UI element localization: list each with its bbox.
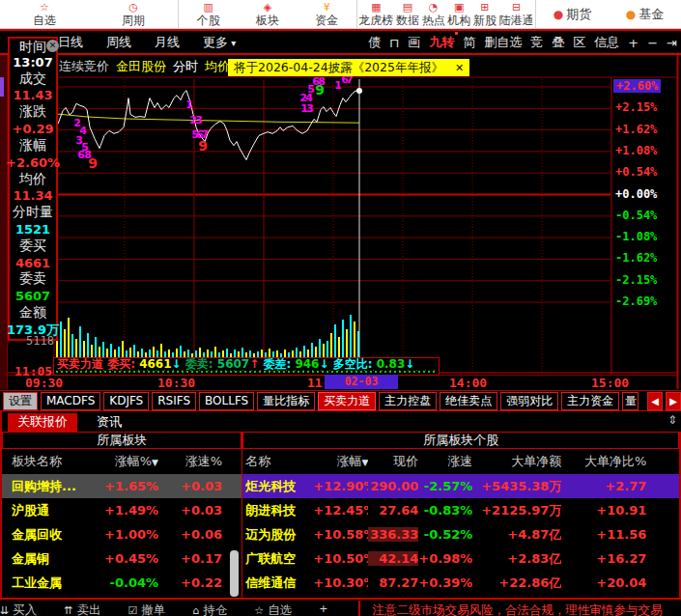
column-header-大单净比%[interactable]: 大单净比% bbox=[561, 453, 646, 470]
column-header-涨幅[interactable]: 涨幅▼ bbox=[313, 453, 368, 470]
table-row[interactable]: 工业金属-0.04%+0.22 bbox=[2, 571, 241, 595]
table-row[interactable]: 金属铜+0.45%+0.17 bbox=[2, 546, 241, 571]
tabs-scroll-right-icon[interactable]: ▶ bbox=[666, 392, 681, 410]
table-cell: 信维通信 bbox=[245, 574, 313, 592]
cancel-order-button[interactable]: ☑撤单 bbox=[128, 601, 165, 616]
volume-bar bbox=[338, 337, 340, 358]
watchlist-button[interactable]: ☆自选 bbox=[254, 601, 292, 616]
scroll-toggle-icon[interactable]: ⇕ bbox=[667, 413, 677, 427]
toolbar-item-个股[interactable]: ▥个股 bbox=[197, 2, 220, 26]
column-header-涨速%[interactable]: 涨速% bbox=[158, 453, 222, 470]
zoom-in-icon[interactable]: + bbox=[628, 36, 638, 50]
quote-label-分时量: 分时量 bbox=[10, 204, 56, 221]
table-cell: 336.33 bbox=[368, 527, 418, 542]
toolbar-item-label: 机构 bbox=[447, 14, 470, 26]
lock-icon[interactable]: ⊓ bbox=[389, 36, 399, 50]
power-indicator-window[interactable]: 买卖力道 委买: 4661↓ 委卖: 5607↑ 委差: 946↓ 多空比: 0… bbox=[53, 357, 440, 376]
quote-value-涨跌: +0.29 bbox=[10, 121, 56, 137]
menu-item-更多[interactable]: 更多 ▾ bbox=[203, 34, 236, 51]
toolbar-item-基金[interactable]: ●基金 bbox=[626, 8, 664, 20]
volume-bar bbox=[102, 342, 104, 358]
table-row[interactable]: 广联航空+10.50%42.14+0.98%+2.83亿+16.27 bbox=[242, 546, 679, 571]
tab-MACDFS[interactable]: MACDFS bbox=[41, 392, 100, 410]
table-row[interactable]: 沪股通+1.49%+0.03 bbox=[2, 498, 241, 522]
quote-label-涨幅: 涨幅 bbox=[10, 137, 56, 154]
auction-menu[interactable]: 竞 bbox=[530, 34, 543, 51]
clock-icon: ◷ bbox=[128, 2, 138, 14]
table-row[interactable]: 迈为股份+10.58%336.33-0.52%+4.87亿+11.56 bbox=[242, 522, 679, 546]
tabs-scroll-left-icon[interactable]: ◀ bbox=[647, 392, 663, 410]
toolbar-item-期货[interactable]: ●期货 bbox=[553, 8, 591, 20]
toolbar-item-周期[interactable]: ◷周期 bbox=[122, 2, 145, 26]
intraday-chart[interactable]: 2435689123567913245689167 bbox=[0, 55, 681, 389]
tab-买卖力道[interactable]: 买卖力道 bbox=[318, 392, 376, 410]
tab-设置[interactable]: 设置 bbox=[3, 392, 38, 410]
menu-item-月线[interactable]: 月线 bbox=[155, 34, 180, 51]
toolbar-item-资金[interactable]: ¥资金 bbox=[315, 2, 338, 26]
menu-item-周线[interactable]: 周线 bbox=[106, 34, 131, 51]
quote-panel[interactable]: 时间 ✕ 13:07 成交11.43涨跌+0.29涨幅+2.60%均价11.34… bbox=[8, 37, 58, 341]
quote-value-涨幅: +2.60% bbox=[10, 154, 56, 171]
column-header-大单净额[interactable]: 大单净额 bbox=[472, 453, 561, 470]
statusbar-label: 卖出 bbox=[76, 602, 100, 616]
column-header-涨速[interactable]: 涨速 bbox=[418, 453, 472, 470]
tab-强弱对比[interactable]: 强弱对比 bbox=[500, 392, 558, 410]
tab-BOLLFS[interactable]: BOLLFS bbox=[199, 392, 254, 410]
tab-主力控盘[interactable]: 主力控盘 bbox=[379, 392, 437, 410]
scrollbar-thumb[interactable] bbox=[230, 550, 239, 597]
draw-menu[interactable]: 画 bbox=[408, 34, 420, 51]
subtab-资讯[interactable]: 资讯 bbox=[87, 413, 131, 432]
column-header-涨幅%[interactable]: 涨幅%▼ bbox=[100, 453, 158, 470]
remove-watch-menu[interactable]: 删自选 bbox=[484, 34, 522, 51]
toolbar-item-陆港通[interactable]: ⊟陆港通 bbox=[499, 2, 534, 26]
toolbar-item-板块[interactable]: ◈板块 bbox=[256, 2, 279, 26]
toolbar-item-数据[interactable]: ▤数据 bbox=[396, 2, 419, 26]
nine-turn-menu[interactable]: 九转 bbox=[429, 34, 454, 51]
toolbar-item-龙虎榜[interactable]: ▦龙虎榜 bbox=[358, 2, 393, 26]
column-header-板块名称[interactable]: 板块名称 bbox=[12, 453, 100, 470]
collapse-icon[interactable]: ⇥ bbox=[667, 36, 677, 50]
column-header-名称[interactable]: 名称 bbox=[245, 453, 313, 470]
close-icon[interactable]: ✕ bbox=[455, 62, 464, 74]
quote-time-value: 13:07 bbox=[10, 54, 56, 70]
toolbar-item-热点[interactable]: ◔热点 bbox=[422, 2, 445, 26]
toolbar-item-label: 周期 bbox=[122, 14, 145, 26]
table-row[interactable]: 朗进科技+12.45%27.64-0.83%+2125.97万+10.91 bbox=[242, 498, 679, 522]
power-seg-8: 946 bbox=[295, 357, 319, 371]
overlay-menu[interactable]: 叠 bbox=[552, 34, 564, 51]
positions-button[interactable]: ⌂持仓 bbox=[192, 601, 227, 616]
buy-button[interactable]: ⇊买入 bbox=[0, 601, 37, 616]
tab-量[interactable]: 量 bbox=[622, 392, 638, 410]
simple-menu[interactable]: 简 bbox=[463, 34, 475, 51]
toolbar-item-自选[interactable]: ☆自选 bbox=[33, 2, 56, 26]
toolbar-item-机构[interactable]: ▣机构 bbox=[447, 2, 470, 26]
tab-RSIFS[interactable]: RSIFS bbox=[152, 392, 196, 410]
sell-button[interactable]: ⇈卖出 bbox=[64, 601, 100, 616]
info-menu[interactable]: 信息 bbox=[594, 34, 619, 51]
chevron-down-icon: ▾ bbox=[228, 38, 236, 48]
close-icon[interactable]: ✕ bbox=[46, 40, 59, 52]
tab-主力资金[interactable]: 主力资金 bbox=[561, 392, 619, 410]
subtab-关联报价[interactable]: 关联报价 bbox=[8, 413, 77, 432]
table-row[interactable]: 回购增持...+1.65%+0.03 bbox=[2, 474, 241, 498]
tab-量比指标[interactable]: 量比指标 bbox=[257, 392, 315, 410]
table-row[interactable]: 金属回收+1.00%+0.06 bbox=[2, 522, 241, 546]
institution-icon: ▣ bbox=[454, 2, 464, 14]
power-seg-1: 委买: bbox=[107, 357, 139, 371]
toolbar-item-新股[interactable]: ⊞新股 bbox=[473, 2, 497, 26]
volume-bar bbox=[334, 324, 336, 358]
axis-label-+0.00%: +0.00% bbox=[615, 187, 657, 201]
add-button[interactable]: + bbox=[319, 601, 331, 615]
edge-marker bbox=[0, 77, 4, 97]
column-header-现价[interactable]: 现价 bbox=[368, 453, 418, 470]
table-row[interactable]: 炬光科技+12.90%290.00-2.57%+5435.38万+2.77 bbox=[242, 474, 679, 498]
tab-绝佳卖点[interactable]: 绝佳卖点 bbox=[440, 392, 497, 410]
menu-item-日线[interactable]: 日线 bbox=[58, 34, 83, 51]
table-row[interactable]: 信维通信+10.30%87.27+0.39%+22.86亿+20.04 bbox=[242, 571, 679, 595]
tab-KDJFS[interactable]: KDJFS bbox=[103, 392, 149, 410]
bond-menu[interactable]: 债 bbox=[368, 34, 381, 51]
zoom-out-icon[interactable]: − bbox=[647, 36, 658, 50]
sort-arrow-icon: ▼ bbox=[361, 458, 368, 467]
zone-menu[interactable]: 区 bbox=[573, 34, 585, 51]
announcement-banner[interactable]: 将于2026-04-24披露《2025年年报》✕ bbox=[228, 59, 469, 76]
